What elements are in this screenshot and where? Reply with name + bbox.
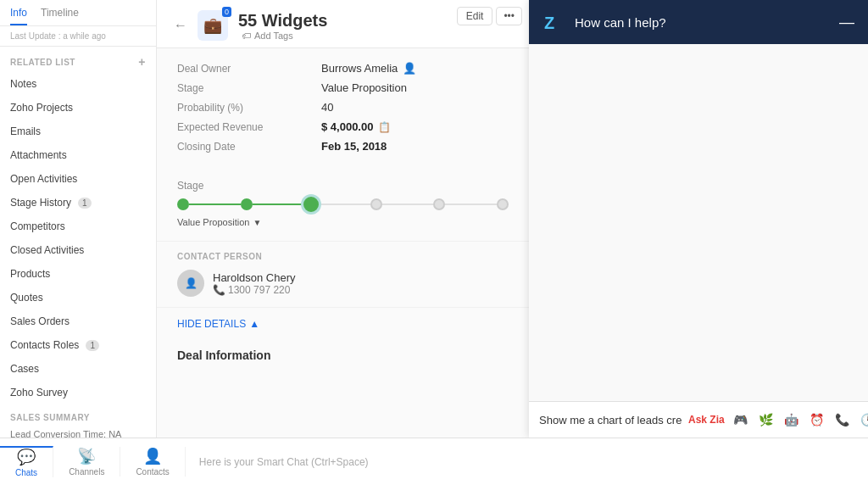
stage-dot-1 <box>177 198 189 210</box>
back-button[interactable]: ← <box>174 18 187 33</box>
zia-input[interactable] <box>539 414 682 426</box>
sidebar-item-competitors[interactable]: Competitors <box>0 215 156 238</box>
main-area: Info Timeline Last Update : a while ago … <box>0 0 868 438</box>
zia-alarm-icon[interactable]: ⏰ <box>808 410 826 429</box>
probability-label: Probability (%) <box>177 102 321 114</box>
smart-chat-area[interactable]: Here is your Smart Chat (Ctrl+Space) <box>186 456 868 468</box>
zia-toolbar-icons: 🎮 🌿 🤖 ⏰ 📞 🕐 <box>732 410 868 429</box>
bottom-tab-channels[interactable]: 📡 Channels <box>53 447 120 477</box>
sidebar-timeline: Last Update : a while ago <box>0 26 156 47</box>
edit-button[interactable]: Edit <box>457 7 493 25</box>
expected-revenue-value: $ 4,000.00 📋 <box>321 120 391 133</box>
smart-chat-placeholder: Here is your Smart Chat (Ctrl+Space) <box>199 456 369 468</box>
zia-minimize-button[interactable]: — <box>839 14 854 31</box>
stage-dots <box>177 197 509 212</box>
user-icon: 👤 <box>403 62 416 75</box>
closing-date-value: Feb 15, 2018 <box>321 140 387 153</box>
sidebar-item-emails[interactable]: Emails <box>0 120 156 143</box>
stage-pipeline: Stage Value Proposition <box>157 173 529 241</box>
channels-label: Channels <box>69 467 104 477</box>
sidebar-item-attachments[interactable]: Attachments <box>0 143 156 167</box>
sales-summary-label: SALES SUMMARY <box>0 404 156 426</box>
stage-line-2 <box>253 203 304 205</box>
main-content: ← 💼 0 55 Widgets 🏷 Add Tags Edit ••• <box>157 0 529 438</box>
contacts-roles-badge: 1 <box>86 340 99 351</box>
zia-phone-icon[interactable]: 📞 <box>833 410 852 429</box>
contacts-icon: 👤 <box>143 447 162 465</box>
deal-owner-label: Deal Owner <box>177 63 321 75</box>
zia-panel: Z How can I help? — Ask Zia 🎮 🌿 🤖 ⏰ 📞 🕐 <box>529 0 868 438</box>
probability-value: 40 <box>321 101 333 114</box>
avatar: 👤 <box>177 270 204 297</box>
stage-value: Value Proposition <box>321 81 407 94</box>
more-button[interactable]: ••• <box>496 7 522 25</box>
deal-badge: 0 <box>222 7 231 17</box>
stage-pipeline-label: Stage <box>177 180 321 192</box>
bottom-tab-contacts[interactable]: 👤 Contacts <box>120 447 185 477</box>
sidebar-item-contacts-roles[interactable]: Contacts Roles 1 <box>0 333 156 357</box>
deal-owner-row: Deal Owner Burrows Amelia 👤 <box>177 62 509 75</box>
contact-name[interactable]: Haroldson Chery <box>213 271 296 284</box>
sidebar-tab-timeline[interactable]: Timeline <box>41 7 79 25</box>
chats-label: Chats <box>15 468 37 477</box>
sidebar-item-stage-history[interactable]: Stage History 1 <box>0 191 156 215</box>
add-related-list-icon[interactable]: + <box>138 55 146 69</box>
add-tags-btn[interactable]: 🏷 Add Tags <box>242 31 327 41</box>
stage-dot-4 <box>370 198 382 210</box>
related-list-label: RELATED LIST + <box>0 47 156 72</box>
stage-label: Stage <box>177 82 321 94</box>
ask-zia-button[interactable]: Ask Zia <box>688 414 725 426</box>
sidebar-item-notes[interactable]: Notes <box>0 72 156 96</box>
lead-conversion-time: Lead Conversion Time: NA <box>0 426 156 438</box>
zia-logo-icon: Z <box>542 10 566 34</box>
sidebar-item-sales-orders[interactable]: Sales Orders <box>0 309 156 333</box>
stage-history-badge: 1 <box>78 198 92 209</box>
sidebar-item-products[interactable]: Products <box>0 262 156 286</box>
sidebar-item-zoho-survey[interactable]: Zoho Survey <box>0 381 156 404</box>
contact-section: CONTACT PERSON 👤 Haroldson Chery 📞 1300 … <box>157 241 529 307</box>
zia-leaf-icon[interactable]: 🌿 <box>757 410 776 429</box>
stage-dot-2 <box>241 198 253 210</box>
zia-body <box>529 44 868 401</box>
contact-section-title: CONTACT PERSON <box>177 252 509 261</box>
sidebar-tab-info[interactable]: Info <box>10 7 27 25</box>
tag-icon: 🏷 <box>242 31 251 41</box>
bottom-tab-chats[interactable]: 💬 Chats <box>0 446 53 477</box>
phone-icon: 📞 <box>213 284 225 296</box>
expected-revenue-label: Expected Revenue <box>177 121 321 133</box>
sidebar-item-cases[interactable]: Cases <box>0 357 156 381</box>
sidebar-tabs: Info Timeline <box>0 0 156 26</box>
copy-icon[interactable]: 📋 <box>378 121 391 133</box>
zia-history-icon[interactable]: 🕐 <box>859 410 868 429</box>
deal-icon: 💼 0 <box>198 10 228 41</box>
zia-header: Z How can I help? — <box>529 0 868 44</box>
zia-input-area: Ask Zia 🎮 🌿 🤖 ⏰ 📞 🕐 <box>529 401 868 438</box>
sidebar-item-zoho-projects[interactable]: Zoho Projects <box>0 96 156 120</box>
stage-name[interactable]: Value Proposition ▼ <box>177 217 509 227</box>
contact-info: Haroldson Chery 📞 1300 797 220 <box>213 271 296 296</box>
stage-dot-5 <box>433 198 445 210</box>
zia-robot-icon[interactable]: 🤖 <box>782 410 801 429</box>
chevron-down-icon: ▼ <box>253 218 261 227</box>
stage-dot-6 <box>497 198 509 210</box>
chevron-up-icon: ▲ <box>249 318 259 330</box>
contact-phone: 📞 1300 797 220 <box>213 284 296 296</box>
closing-date-label: Closing Date <box>177 141 321 153</box>
avatar-placeholder-icon: 👤 <box>185 277 198 289</box>
deal-title-area: 55 Widgets 🏷 Add Tags <box>238 11 327 41</box>
zia-title: How can I help? <box>575 15 831 30</box>
probability-row: Probability (%) 40 <box>177 101 509 114</box>
sidebar-item-quotes[interactable]: Quotes <box>0 286 156 309</box>
contacts-label: Contacts <box>136 467 169 477</box>
sidebar-timeline-sub: Last Update : a while ago <box>10 31 106 41</box>
sidebar-item-closed-activities[interactable]: Closed Activities <box>0 238 156 262</box>
chats-icon: 💬 <box>17 448 36 466</box>
deal-briefcase-icon: 💼 <box>203 16 222 35</box>
stage-dot-3[interactable] <box>303 197 319 212</box>
sidebar-item-open-activities[interactable]: Open Activities <box>0 167 156 191</box>
expected-revenue-row: Expected Revenue $ 4,000.00 📋 <box>177 120 509 133</box>
hide-details-btn[interactable]: HIDE DETAILS ▲ <box>157 307 529 340</box>
channels-icon: 📡 <box>77 447 96 465</box>
zia-game-icon[interactable]: 🎮 <box>732 410 750 429</box>
deal-info-title: Deal Information <box>157 340 529 365</box>
